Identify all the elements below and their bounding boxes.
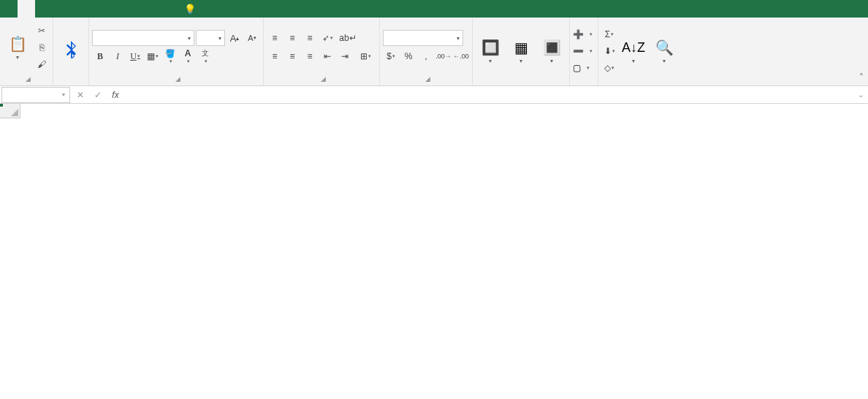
wrap-text-button[interactable]: ab↵ [337,30,359,46]
group-alignment: ≡ ≡ ≡ ➶ ab↵ ≡ ≡ ≡ ⇤ ⇥ ⊞ ◢ [264,18,380,86]
delete-cells-button[interactable] [587,43,595,59]
pinyin-guide-button[interactable]: 文 [197,48,213,64]
select-all-corner[interactable] [0,104,20,118]
font-color-button[interactable]: A [180,48,196,64]
sort-filter-button[interactable]: A↓Z ▾ [619,36,648,66]
find-icon: 🔍 [655,37,674,58]
autosum-button[interactable]: Σ [601,26,617,42]
format-cells-icon: ▢ [573,63,581,73]
format-cells-button[interactable] [584,60,592,76]
ribbon: 📋 ▾ ✂ ⎘ 🖌 ◢ [0,18,868,86]
tab-layout[interactable] [53,0,70,18]
group-number: ▾ $ % , .00→ ←.00 ◢ [380,18,473,86]
tab-home[interactable] [18,0,35,18]
group-editing: Σ ⬇ ◇ A↓Z ▾ 🔍 ▾ [598,18,682,86]
increase-decimal-button[interactable]: .00→ [435,48,452,64]
cut-button[interactable]: ✂ [34,23,50,39]
enter-formula-button[interactable]: ✓ [89,87,107,103]
align-middle-button[interactable]: ≡ [284,30,300,46]
bucket-icon: 🪣 [165,49,175,58]
name-box[interactable]: ▾ [1,87,70,103]
tab-review[interactable] [105,0,123,18]
comma-format-button[interactable]: , [418,48,434,64]
paste-icon: 📋 [9,34,27,54]
bold-button[interactable]: B [92,48,108,64]
decrease-decimal-button[interactable]: ←.00 [453,48,469,64]
number-dialog-launcher[interactable]: ◢ [425,75,430,83]
tab-formula[interactable] [70,0,88,18]
alignment-dialog-launcher[interactable]: ◢ [321,75,326,83]
bluetooth-send-button[interactable] [56,37,85,66]
fill-button[interactable]: ⬇ [601,43,617,59]
percent-format-button[interactable]: % [400,48,416,64]
spreadsheet-grid[interactable] [0,104,868,399]
tab-view[interactable] [123,0,140,18]
bluetooth-icon [63,38,79,64]
formula-input[interactable] [124,90,853,100]
decrease-font-button[interactable]: A▾ [244,30,260,46]
conditional-format-icon: 🔲 [481,37,500,58]
group-font: ▾ ▾ A▴ A▾ B I U ▦ 🪣 [89,18,264,86]
tab-insert[interactable] [35,0,53,18]
border-button[interactable]: ▦ [145,48,161,64]
fill-color-button[interactable]: 🪣 [162,48,178,64]
cell-styles-button[interactable]: 🔳 ▾ [537,36,566,66]
tell-me-search[interactable]: 💡 [175,0,208,18]
font-size-combo[interactable]: ▾ [196,30,225,46]
format-painter-button[interactable]: 🖌 [34,56,50,72]
expand-formula-bar-button[interactable]: ⌄ [853,91,868,99]
group-bluetooth [53,18,89,86]
tab-wps-pdf[interactable] [158,0,175,18]
insert-cells-button[interactable] [587,26,595,42]
table-format-button[interactable]: ▦ ▾ [506,36,536,66]
delete-cells-icon: ➖ [573,46,584,56]
clear-button[interactable]: ◇ [601,60,617,76]
underline-button[interactable]: U [127,48,143,64]
sort-filter-icon: A↓Z [622,37,645,58]
font-dialog-launcher[interactable]: ◢ [175,75,180,83]
group-cells: ➕ ➖ ▢ [570,18,598,86]
clipboard-dialog-launcher[interactable]: ◢ [26,75,31,83]
align-left-button[interactable]: ≡ [267,48,283,64]
collapse-ribbon-button[interactable]: ˄ [855,18,868,86]
align-right-button[interactable]: ≡ [302,48,318,64]
find-select-button[interactable]: 🔍 ▾ [650,36,679,66]
paste-button[interactable]: 📋 ▾ [3,32,32,62]
accounting-format-button[interactable]: $ [383,48,399,64]
table-format-icon: ▦ [514,37,528,58]
group-styles: 🔲 ▾ ▦ ▾ 🔳 ▾ [473,18,570,86]
insert-cells-icon: ➕ [573,29,584,39]
cancel-formula-button[interactable]: ✕ [72,87,89,103]
increase-font-button[interactable]: A▴ [226,30,243,46]
chevron-down-icon: ▾ [16,54,19,61]
number-format-combo[interactable]: ▾ [383,30,463,46]
insert-function-button[interactable]: fx [107,87,124,103]
formula-bar: ▾ ✕ ✓ fx ⌄ [0,86,868,104]
italic-button[interactable]: I [110,48,126,64]
align-center-button[interactable]: ≡ [284,48,300,64]
tab-file[interactable] [0,0,18,18]
font-name-combo[interactable]: ▾ [92,30,194,46]
group-clipboard: 📋 ▾ ✂ ⎘ 🖌 ◢ [0,18,53,86]
tab-help[interactable] [140,0,158,18]
cell-styles-icon: 🔳 [543,37,561,58]
conditional-format-button[interactable]: 🔲 ▾ [476,36,505,66]
align-top-button[interactable]: ≡ [267,30,283,46]
tab-data[interactable] [88,0,105,18]
lightbulb-icon: 💡 [184,4,196,15]
decrease-indent-button[interactable]: ⇤ [319,48,335,64]
increase-indent-button[interactable]: ⇥ [337,48,353,64]
orientation-button[interactable]: ➶ [319,30,335,46]
merge-center-button[interactable]: ⊞ [354,48,376,64]
copy-button[interactable]: ⎘ [34,39,50,56]
menu-tabs: 💡 [0,0,208,18]
align-bottom-button[interactable]: ≡ [302,30,318,46]
